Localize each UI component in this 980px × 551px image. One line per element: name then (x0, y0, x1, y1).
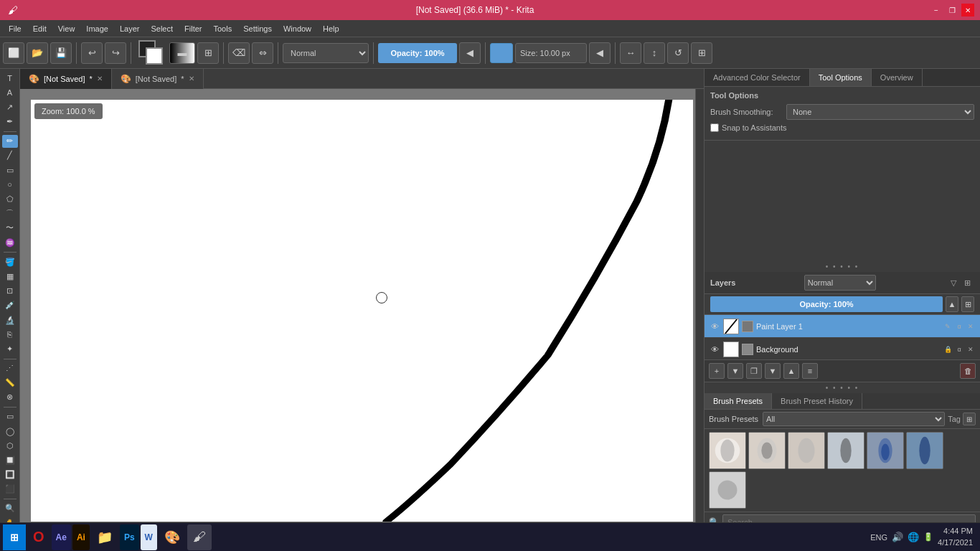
bp-tab-history[interactable]: Brush Preset History (772, 393, 862, 409)
menu-settings[interactable]: Settings (237, 23, 278, 34)
flip-v-button[interactable]: ↕ (644, 42, 665, 64)
tool-similar-select[interactable]: ⬛ (2, 483, 18, 496)
menu-filter[interactable]: Filter (179, 23, 207, 34)
brush-preset-4[interactable] (827, 432, 864, 469)
layers-add-dropdown-btn[interactable]: ▼ (727, 363, 743, 379)
menu-select[interactable]: Select (145, 23, 179, 34)
layers-settings-right-btn[interactable]: ⊞ (961, 296, 974, 312)
tool-eyedropper[interactable]: 🔬 (2, 314, 18, 326)
tool-fill[interactable]: 🪣 (2, 255, 18, 268)
tool-zoom[interactable]: 🔍 (2, 502, 18, 515)
snap-to-assistants-checkbox[interactable] (710, 123, 719, 132)
layer-eye-paint-layer-1[interactable]: 👁 (709, 321, 720, 332)
tab-overview[interactable]: Overview (872, 69, 923, 86)
layer-action-edit-1[interactable]: ✎ (943, 321, 953, 331)
canvas-tab-left[interactable]: 🎨 [Not Saved] * ✕ (20, 69, 112, 89)
opacity-display[interactable]: Opacity: 100% (378, 43, 457, 63)
brush-size-color-btn[interactable] (490, 43, 513, 63)
tool-rect-select[interactable]: ▭ (2, 410, 18, 423)
mirror-x-button[interactable]: ⇔ (252, 42, 273, 64)
tool-polygon-select[interactable]: ⬡ (2, 439, 18, 452)
tool-freehand-select[interactable]: 🔲 (2, 453, 18, 466)
tool-assistant[interactable]: ⋰ (2, 362, 18, 375)
tool-clone[interactable]: ⎘ (2, 328, 18, 341)
scrollbar-right[interactable] (695, 89, 704, 532)
tool-ellipse[interactable]: ○ (2, 178, 18, 191)
menu-window[interactable]: Window (278, 23, 317, 34)
tool-calligraphy[interactable]: ✒ (2, 116, 18, 128)
opacity-down-btn[interactable]: ◀ (459, 42, 481, 64)
layer-item-background[interactable]: 👁 Background 🔒 α ✕ (705, 338, 980, 359)
tool-bezier[interactable]: 〜 (2, 222, 18, 235)
taskbar-explorer[interactable]: 📁 (91, 524, 118, 550)
layers-properties-btn[interactable]: ≡ (802, 363, 818, 379)
layer-action-delete-bg[interactable]: ✕ (966, 344, 976, 354)
taskbar-krita-active[interactable]: 🖌 (187, 524, 212, 550)
tool-freehand[interactable]: ♒ (2, 236, 18, 249)
taskbar-word[interactable]: W (141, 524, 157, 550)
wrap-button[interactable]: ⊞ (691, 42, 712, 64)
layers-blend-mode-select[interactable]: Normal Multiply Screen (804, 275, 876, 291)
taskbar-ae[interactable]: Ae (52, 524, 71, 550)
gradient-button[interactable]: ▬ (169, 42, 195, 64)
brush-preset-3[interactable] (788, 432, 825, 469)
brush-preset-6[interactable] (906, 432, 943, 469)
taskbar-network-icon[interactable]: 🌐 (908, 532, 919, 542)
tab-advanced-color-selector[interactable]: Advanced Color Selector (705, 69, 810, 86)
menu-image[interactable]: Image (80, 23, 114, 34)
color-swatches[interactable] (138, 40, 164, 66)
layers-copy-btn[interactable]: ❐ (746, 363, 762, 379)
layer-action-lock-bg[interactable]: 🔒 (943, 344, 953, 354)
layer-eye-background[interactable]: 👁 (709, 344, 720, 355)
brush-preset-2[interactable] (748, 432, 786, 469)
tab-tool-options[interactable]: Tool Options (810, 69, 872, 86)
brush-smoothing-select[interactable]: None Basic Weighted Stabilizer (786, 104, 974, 120)
snap-to-assistants-label[interactable]: Snap to Assistants (710, 123, 787, 132)
tool-smart-patch[interactable]: ⊡ (2, 285, 18, 298)
blend-mode-select[interactable]: Normal Multiply Screen Overlay (283, 43, 369, 63)
taskbar-clock[interactable]: 4:44 PM 4/17/2021 (938, 526, 973, 548)
menu-tools[interactable]: Tools (208, 23, 238, 34)
tool-freehand-transform[interactable]: ↗ (2, 100, 18, 113)
taskbar-krita-icon[interactable]: 🎨 (159, 524, 186, 550)
menu-edit[interactable]: Edit (27, 23, 52, 34)
tab-right-close[interactable]: ✕ (189, 75, 194, 83)
layers-add-btn[interactable]: + (709, 363, 725, 379)
size-down-btn[interactable]: ◀ (589, 42, 611, 64)
brush-settings-btn[interactable]: ⊞ (963, 413, 976, 425)
tool-contiguous-select[interactable]: 🔳 (2, 468, 18, 481)
brush-preset-1[interactable] (709, 432, 746, 469)
menu-view[interactable]: View (52, 23, 81, 34)
layers-opacity-up-btn[interactable]: ▲ (946, 296, 958, 312)
tool-measure[interactable]: 📏 (2, 377, 18, 390)
open-doc-button[interactable]: 📂 (27, 42, 48, 64)
tool-transform[interactable]: T (2, 72, 18, 85)
tool-magnetic-select[interactable]: ⊗ (2, 391, 18, 404)
new-doc-button[interactable]: ⬜ (3, 42, 24, 64)
tab-left-close[interactable]: ✕ (97, 75, 103, 83)
tool-line[interactable]: ╱ (2, 149, 18, 162)
close-button[interactable]: ✕ (961, 4, 974, 17)
taskbar-opera[interactable]: O (27, 524, 50, 550)
save-doc-button[interactable]: 💾 (50, 42, 72, 64)
layer-action-alpha-bg[interactable]: α (954, 344, 964, 354)
bp-tab-presets[interactable]: Brush Presets (705, 393, 772, 409)
layers-move-up-btn[interactable]: ▲ (783, 363, 799, 379)
redo-button[interactable]: ↪ (105, 42, 126, 64)
layers-move-down-btn[interactable]: ▼ (765, 363, 781, 379)
canvas-drawing-area[interactable] (31, 100, 693, 522)
brush-preset-7[interactable] (709, 471, 746, 509)
tool-text[interactable]: A (2, 86, 18, 99)
rotate-button[interactable]: ↺ (667, 42, 689, 64)
flip-h-button[interactable]: ↔ (620, 42, 641, 64)
brush-preset-5[interactable] (867, 432, 904, 469)
start-button[interactable]: ⊞ (3, 524, 26, 550)
tool-color-picker[interactable]: 💉 (2, 299, 18, 312)
layer-item-paint-layer-1[interactable]: 👁 Paint Layer 1 ✎ α ✕ (705, 315, 980, 338)
tool-rect[interactable]: ▭ (2, 164, 18, 176)
layer-action-alpha-1[interactable]: α (954, 321, 964, 331)
layers-settings-btn[interactable]: ⊞ (961, 276, 974, 289)
tool-freehand-brush[interactable]: ✏ (2, 135, 18, 148)
tool-gradient[interactable]: ▦ (2, 270, 18, 283)
canvas-viewport[interactable]: Zoom: 100.0 % (20, 89, 704, 532)
